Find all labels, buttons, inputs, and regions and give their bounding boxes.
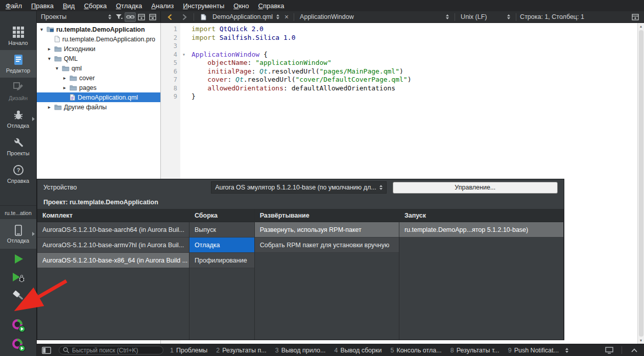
collapsed-arrow-icon[interactable]: ▸ [62, 85, 67, 90]
menubar: ФайлПравкаВидСборкаОтладкаАнализИнструме… [0, 0, 644, 11]
tree-item[interactable]: ru.template.DemoApplication.pro [37, 34, 160, 44]
separator [294, 13, 294, 21]
fold-marker-icon[interactable]: ▾ [180, 51, 187, 59]
sidebar-toggle-icon[interactable] [41, 345, 52, 355]
kit-table: КомплектAuroraOS-5.1.2.10-base-aarch64 (… [37, 209, 564, 340]
scroll-down-icon[interactable]: ▼ [639, 337, 643, 344]
mode-help[interactable]: ?Справка [0, 160, 36, 188]
line-number: 2 [161, 34, 177, 42]
output-pane-button[interactable]: 9Push Notificat... [508, 347, 559, 354]
monitor-icon[interactable] [604, 345, 615, 355]
projects-pane-selector[interactable]: Проекты [39, 13, 113, 20]
split-icon[interactable] [136, 12, 147, 22]
tree-item[interactable]: ▸Другие файлы [37, 102, 160, 112]
table-cell[interactable]: ru.template.DemoApp...ятор 5.1.2.10-base… [399, 222, 563, 238]
editor-scrollbar[interactable]: ▲ ▼ [637, 23, 644, 344]
mode-edit[interactable]: Редактор [0, 50, 36, 78]
mode-projects[interactable]: Проекты [0, 133, 36, 160]
back-icon[interactable] [164, 12, 175, 22]
collapsed-arrow-icon[interactable]: ▸ [46, 104, 52, 110]
search-input[interactable] [72, 347, 159, 354]
mode-debug[interactable]: Отладка [0, 105, 36, 133]
emulator-2-button[interactable] [0, 335, 36, 354]
output-pane-button[interactable]: 2Результаты п... [216, 347, 266, 354]
run-controls [0, 250, 36, 305]
tree-item[interactable]: ▾QML [37, 54, 160, 63]
filter-icon[interactable] [113, 12, 125, 22]
scroll-up-icon[interactable]: ▲ [639, 23, 643, 30]
output-pane-button[interactable]: 4Вывод сборки [334, 347, 381, 354]
project-tree: ▾ru.template.DemoApplicationru.template.… [37, 25, 160, 112]
output-pane-button[interactable]: 1Проблемы [170, 347, 207, 354]
tree-item-label: DemoApplication.qml [78, 94, 138, 101]
tree-item-label: cover [79, 75, 95, 82]
file-icon [198, 12, 209, 22]
table-cell[interactable]: AuroraOS-5.1.2.10-base-armv7hl (in Auror… [37, 238, 189, 253]
mode-label: Проекты [7, 150, 29, 156]
scrollbar-thumb[interactable] [639, 30, 643, 337]
table-cell[interactable]: Собрать RPM пакет для установки вручную [255, 238, 399, 253]
menu-item[interactable]: Инструменты [178, 0, 229, 11]
tree-item[interactable]: ▸cover [37, 73, 160, 83]
line-number: 6 [161, 67, 177, 76]
manage-devices-button[interactable]: Управление... [393, 182, 558, 194]
combo-arrows-icon [507, 14, 510, 19]
run-button[interactable] [0, 250, 36, 268]
expanded-arrow-icon[interactable]: ▾ [46, 56, 52, 61]
line-ending-selector[interactable]: Unix (LF) [459, 13, 512, 20]
code-line: import Sailfish.Silica 1.0 [192, 34, 637, 42]
projects-wrench-icon [13, 137, 24, 148]
pane-selector-arrows-icon[interactable] [565, 348, 568, 353]
collapsed-arrow-icon[interactable]: ▸ [62, 75, 67, 81]
locator[interactable] [59, 346, 163, 354]
table-cell[interactable]: AuroraOS-5.1.2.10-base-x86_64 (in Aurora… [37, 253, 189, 268]
menu-item[interactable]: Окно [229, 0, 253, 11]
code-line: } [192, 92, 637, 101]
expanded-arrow-icon[interactable]: ▾ [39, 27, 44, 32]
sync-with-editor-icon[interactable] [125, 12, 136, 22]
symbol-selector[interactable]: ApplicationWindow [298, 13, 451, 20]
output-pane-button[interactable]: 3Вывод прило... [275, 347, 326, 354]
table-cell[interactable]: Развернуть, используя RPM-пакет [255, 222, 399, 238]
emulator-1-button[interactable] [0, 315, 36, 335]
menu-item[interactable]: Анализ [147, 0, 178, 11]
open-document-selector[interactable]: DemoApplication.qml [212, 13, 273, 20]
tree-item-label: Другие файлы [64, 104, 107, 111]
close-icon[interactable] [147, 12, 158, 22]
build-button[interactable] [0, 287, 36, 305]
output-pane-button[interactable]: 8Результаты т... [450, 347, 499, 354]
combo-arrows-icon[interactable] [276, 14, 279, 19]
pane-label: Push Notificat... [514, 347, 559, 354]
table-cell[interactable]: Выпуск [189, 222, 254, 238]
close-document-icon[interactable]: × [283, 13, 290, 21]
menu-item[interactable]: Сборка [79, 0, 111, 11]
emulator-icon [10, 317, 26, 333]
tree-item[interactable]: ▸pages [37, 83, 160, 92]
mode-welcome[interactable]: Начало [0, 22, 36, 50]
folder-icon [62, 65, 69, 72]
mode-label: Начало [8, 40, 28, 46]
tree-item[interactable]: DemoApplication.qml [37, 92, 160, 102]
menu-item[interactable]: Справка [254, 0, 289, 11]
output-pane-button[interactable]: 5Консоль отла... [390, 347, 441, 354]
menu-item[interactable]: Отладка [111, 0, 147, 11]
table-cell[interactable]: AuroraOS-5.1.2.10-base-aarch64 (in Auror… [37, 222, 189, 238]
tree-item[interactable]: ▸Исходники [37, 44, 160, 54]
table-cell[interactable]: Отладка [189, 238, 254, 253]
debug-run-button[interactable] [0, 268, 36, 287]
chevron-up-icon[interactable] [629, 345, 640, 355]
device-selector[interactable]: Aurora OS эмулятор 5.1.2.10-base (по умо… [211, 181, 387, 194]
forward-icon[interactable] [179, 12, 190, 22]
collapsed-arrow-icon[interactable]: ▸ [46, 46, 52, 52]
menu-item[interactable]: Файл [1, 0, 27, 11]
expanded-arrow-icon[interactable]: ▾ [54, 65, 60, 71]
table-cell[interactable]: Профилирование [189, 253, 254, 268]
tree-item[interactable]: ▾ru.template.DemoApplication [37, 25, 160, 34]
menu-item[interactable]: Вид [58, 0, 80, 11]
tree-item[interactable]: ▾qml [37, 63, 160, 73]
code-line: import QtQuick 2.0 [192, 25, 637, 34]
split-editor-icon[interactable] [630, 12, 641, 22]
build-hammer-icon [11, 289, 26, 303]
menu-item[interactable]: Правка [27, 0, 58, 11]
kit-selector-button[interactable]: Отладка [0, 219, 36, 249]
